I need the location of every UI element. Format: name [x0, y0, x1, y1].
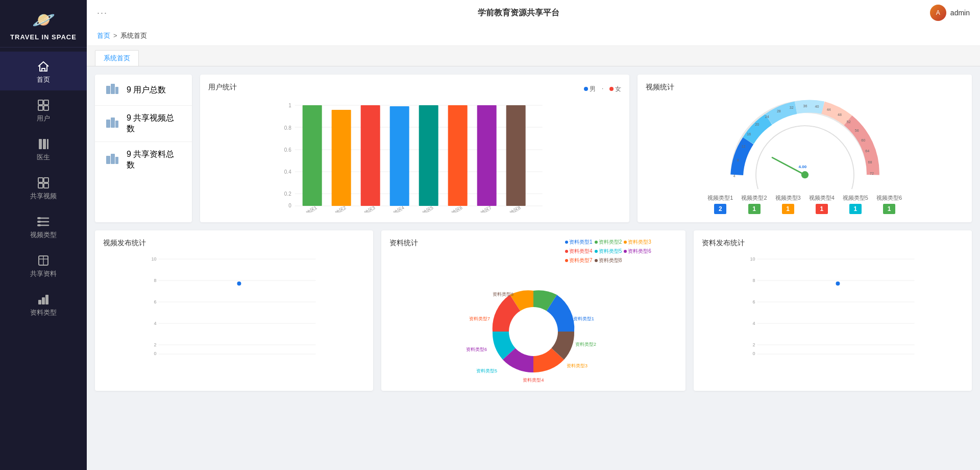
svg-text:0: 0 — [154, 351, 156, 355]
home-icon — [37, 60, 50, 73]
svg-text:4.00: 4.00 — [798, 165, 806, 169]
tab-system-home[interactable]: 系统首页 — [95, 50, 139, 66]
svg-text:10: 10 — [750, 256, 755, 262]
legend-type3-count: 1 — [782, 204, 794, 214]
resource-stat-card: 资料统计 资料类型1 资料类型2 资料类型3 资料类型4 资料类型5 资料类型6… — [381, 230, 685, 391]
sidebar-item-video-type[interactable]: 视频类型 — [0, 207, 87, 246]
svg-rect-6 — [43, 139, 46, 149]
sidebar-item-shared-video[interactable]: 共享视频 — [0, 168, 87, 207]
sidebar-label-doctor: 医生 — [37, 153, 50, 162]
gauge-svg: 4 8 12 16 20 24 28 32 36 40 44 48 52 56 — [723, 97, 887, 189]
legend-type4-label: 视频类型4 — [809, 194, 835, 202]
svg-text:0.8: 0.8 — [284, 125, 291, 131]
stat-row-users: 9 用户总数 — [95, 75, 192, 106]
res-legend-8: 资料类型8 — [595, 257, 622, 264]
svg-rect-29 — [115, 121, 118, 128]
res-legend-1: 资料类型1 — [565, 239, 593, 246]
svg-text:地区1: 地区1 — [305, 205, 318, 213]
resource-type-icon — [37, 293, 50, 306]
svg-text:8: 8 — [753, 278, 755, 283]
svg-text:52: 52 — [846, 120, 850, 124]
main-area: ··· 学前教育资源共享平台 A admin 首页 > 系统首页 系统首页 — [87, 0, 980, 470]
svg-text:地区2: 地区2 — [334, 205, 347, 213]
header-title: 学前教育资源共享平台 — [478, 8, 559, 18]
breadcrumb: 首页 > 系统首页 — [87, 26, 980, 46]
sidebar-label-home: 首页 — [37, 75, 50, 84]
user-chart-title: 用户统计 — [208, 83, 237, 92]
svg-point-96 — [237, 281, 241, 286]
male-legend: 男 — [584, 85, 596, 93]
breadcrumb-sep: > — [113, 32, 117, 39]
header-dots: ··· — [97, 8, 108, 18]
legend-type6: 视频类型6 1 — [876, 194, 902, 214]
stat-videos-info: 9 共享视频总数 — [127, 113, 182, 134]
bar-chart-svg: 1 0.8 0.6 0.4 0.2 0 — [208, 100, 621, 213]
svg-text:2: 2 — [154, 342, 156, 347]
svg-rect-22 — [42, 297, 45, 304]
svg-text:资料类型5: 资料类型5 — [476, 368, 497, 373]
res-legend-5: 资料类型5 — [595, 248, 622, 255]
svg-text:8: 8 — [154, 278, 156, 283]
sidebar-item-resource-type[interactable]: 资料类型 — [0, 285, 87, 323]
svg-text:地区4: 地区4 — [392, 205, 405, 213]
svg-point-98 — [509, 307, 558, 356]
legend-type3: 视频类型3 1 — [775, 194, 801, 214]
svg-text:资料类型6: 资料类型6 — [466, 347, 487, 352]
breadcrumb-current: 系统首页 — [120, 31, 147, 40]
video-stat-title: 视频统计 — [646, 83, 964, 92]
svg-text:48: 48 — [838, 113, 842, 117]
res-legend-7: 资料类型7 — [565, 257, 593, 264]
breadcrumb-home[interactable]: 首页 — [97, 31, 110, 40]
svg-text:6: 6 — [154, 299, 156, 304]
sidebar-label-resource-type: 资料类型 — [30, 308, 57, 317]
sidebar-item-home[interactable]: 首页 — [0, 52, 87, 90]
header: ··· 学前教育资源共享平台 A admin — [87, 0, 980, 26]
resource-publish-card: 资料发布统计 10 8 6 4 2 0 — [694, 230, 972, 391]
stat-resources-value: 9 — [127, 150, 131, 158]
res-legend-2: 资料类型2 — [595, 239, 622, 246]
sidebar-item-users[interactable]: 用户 — [0, 90, 87, 129]
svg-rect-48 — [390, 106, 409, 206]
svg-text:56: 56 — [854, 129, 859, 133]
resource-legend: 资料类型1 资料类型2 资料类型3 资料类型4 资料类型5 资料类型6 资料类型… — [565, 239, 677, 264]
svg-text:4: 4 — [154, 321, 156, 326]
username-label: admin — [950, 9, 970, 17]
svg-text:资料类型1: 资料类型1 — [573, 316, 594, 321]
svg-rect-11 — [44, 183, 48, 188]
svg-rect-27 — [106, 120, 110, 128]
svg-text:地区5: 地区5 — [421, 205, 434, 213]
header-user: A admin — [930, 5, 970, 21]
legend-type4: 视频类型4 1 — [809, 194, 835, 214]
stat-resources-info: 9 共享资料总数 — [127, 149, 182, 171]
resource-publish-title: 资料发布统计 — [702, 239, 964, 248]
sidebar-nav: 首页 用户 医生 — [0, 52, 87, 323]
svg-text:36: 36 — [803, 104, 807, 108]
svg-text:4: 4 — [733, 174, 735, 178]
svg-text:0: 0 — [288, 203, 291, 208]
svg-rect-31 — [111, 154, 115, 164]
sidebar-item-doctor[interactable]: 医生 — [0, 129, 87, 168]
svg-text:44: 44 — [826, 108, 830, 112]
sidebar-item-shared-resource[interactable]: 共享资料 — [0, 246, 87, 285]
svg-text:2: 2 — [753, 342, 755, 347]
resource-publish-svg: 10 8 6 4 2 0 2024.02.04 — [702, 253, 964, 355]
stat-row-videos: 9 共享视频总数 — [95, 106, 192, 142]
svg-rect-3 — [38, 106, 43, 110]
legend-type1-label: 视频类型1 — [707, 194, 733, 202]
sidebar-label-users: 用户 — [37, 114, 50, 123]
svg-text:资料类型3: 资料类型3 — [567, 363, 587, 368]
stat-users-icon — [105, 82, 119, 98]
svg-text:1: 1 — [288, 103, 291, 108]
svg-rect-8 — [38, 178, 43, 182]
svg-rect-1 — [38, 100, 43, 105]
svg-rect-5 — [39, 139, 42, 149]
legend-type1-count: 2 — [714, 204, 726, 214]
user-bar-chart: 1 0.8 0.6 0.4 0.2 0 — [208, 100, 621, 213]
gender-legend: 男 · 女 — [584, 85, 621, 93]
svg-text:资料类型7: 资料类型7 — [469, 316, 490, 321]
svg-rect-52 — [506, 105, 526, 206]
video-publish-card: 视频发布统计 10 8 6 4 2 0 — [95, 230, 373, 391]
svg-text:10: 10 — [151, 256, 156, 262]
users-icon — [37, 99, 50, 112]
svg-point-119 — [836, 281, 840, 286]
